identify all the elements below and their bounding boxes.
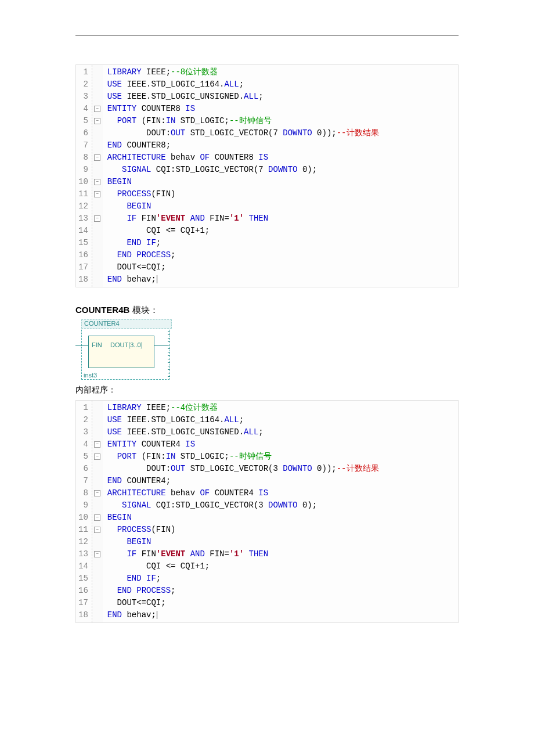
code-token: DOUT: xyxy=(107,464,171,473)
code-token: 0)); xyxy=(312,464,337,473)
code-token: STD_LOGIC; xyxy=(175,452,229,461)
line-number: 11 xyxy=(78,188,88,200)
code-token: IEEE.STD_LOGIC_1164. xyxy=(122,415,224,424)
fold-marker[interactable]: − xyxy=(93,103,102,115)
code-token: ENTITY xyxy=(107,440,136,449)
code-line: SIGNAL CQI:STD_LOGIC_VECTOR(3 DOWNTO 0); xyxy=(107,499,379,512)
code-token: DOUT<=CQI; xyxy=(107,262,166,272)
line-number: 1 xyxy=(78,402,88,414)
fold-marker xyxy=(93,463,102,475)
code-content: LIBRARY IEEE;--8位计数器USE IEEE.STD_LOGIC_1… xyxy=(103,65,384,287)
fold-marker[interactable]: − xyxy=(93,115,102,127)
line-number: 3 xyxy=(78,91,88,103)
code-line: IF FIN'EVENT AND FIN='1' THEN xyxy=(107,548,379,560)
fold-marker[interactable]: − xyxy=(93,524,102,536)
code-token: STD_LOGIC_VECTOR(7 xyxy=(185,128,283,138)
fold-marker[interactable]: − xyxy=(93,548,102,560)
code-token: (FIN) xyxy=(151,525,175,534)
document-page: 123456789101112131415161718 −−−−−− LIBRA… xyxy=(0,0,534,675)
code-token xyxy=(107,116,117,125)
code-token xyxy=(107,452,117,461)
pin-label-dout: DOUT[3..0] xyxy=(110,341,143,348)
fold-marker[interactable]: − xyxy=(93,438,102,451)
fold-box-icon[interactable]: − xyxy=(94,106,100,112)
fold-box-icon[interactable]: − xyxy=(94,191,100,197)
code-line: END COUNTER4; xyxy=(107,475,379,487)
code-line: ENTITY COUNTER4 IS xyxy=(107,438,379,451)
fold-box-icon[interactable]: − xyxy=(94,441,100,448)
code-token: PORT xyxy=(117,116,137,125)
code-line: IF FIN'EVENT AND FIN='1' THEN xyxy=(107,213,379,225)
fold-box-icon[interactable]: − xyxy=(94,179,100,185)
line-number: 14 xyxy=(78,560,88,573)
fold-box-icon[interactable]: − xyxy=(94,118,100,124)
code-token: SIGNAL xyxy=(122,501,151,510)
line-number: 17 xyxy=(78,261,88,273)
fold-box-icon[interactable]: − xyxy=(94,490,100,496)
line-number: 2 xyxy=(78,414,88,426)
code-line: BEGIN xyxy=(107,512,379,524)
fold-marker xyxy=(93,200,102,213)
code-token: BEGIN xyxy=(127,201,151,211)
fold-marker xyxy=(93,237,102,249)
fold-box-icon[interactable]: − xyxy=(94,527,100,533)
code-token: DOWNTO xyxy=(268,501,297,510)
code-token: FIN xyxy=(136,549,156,559)
text-cursor xyxy=(157,275,157,283)
fold-box-icon[interactable]: − xyxy=(94,453,100,460)
fold-marker[interactable]: − xyxy=(93,188,102,200)
code-line: DOUT<=CQI; xyxy=(107,597,379,609)
fold-box-icon[interactable]: − xyxy=(94,154,100,161)
code-line: END IF; xyxy=(107,237,379,249)
fold-column: −−−−−− xyxy=(92,65,103,287)
code-token: PROCESS xyxy=(117,189,151,199)
code-line: BEGIN xyxy=(107,200,379,213)
fold-box-icon[interactable]: − xyxy=(94,514,100,521)
code-block-counter8: 123456789101112131415161718 −−−−−− LIBRA… xyxy=(75,64,459,287)
fold-marker[interactable]: − xyxy=(93,487,102,499)
code-token: ; xyxy=(239,80,244,89)
fold-marker[interactable]: − xyxy=(93,152,102,164)
code-token: IS xyxy=(258,488,268,498)
code-line: BEGIN xyxy=(107,536,379,548)
fold-marker xyxy=(93,261,102,273)
code-line: CQI <= CQI+1; xyxy=(107,560,379,573)
code-token: OF xyxy=(200,488,210,498)
code-token: 0); xyxy=(298,501,317,510)
text-cursor xyxy=(157,611,157,619)
code-token xyxy=(107,586,117,595)
code-line: LIBRARY IEEE;--4位计数器 xyxy=(107,402,379,414)
line-number: 3 xyxy=(78,426,88,438)
code-token: END IF xyxy=(127,574,156,583)
fold-marker xyxy=(93,78,102,91)
fold-marker[interactable]: − xyxy=(93,213,102,225)
code-line: USE IEEE.STD_LOGIC_1164.ALL; xyxy=(107,78,379,91)
code-token: FIN xyxy=(136,214,156,223)
fold-marker[interactable]: − xyxy=(93,176,102,188)
code-token: DOWNTO xyxy=(268,165,297,174)
fold-marker[interactable]: − xyxy=(93,451,102,463)
code-line: ARCHITECTURE behav OF COUNTER4 IS xyxy=(107,487,379,499)
fold-box-icon[interactable]: − xyxy=(94,551,100,557)
line-number: 13 xyxy=(78,548,88,560)
fold-marker[interactable]: − xyxy=(93,512,102,524)
line-number: 6 xyxy=(78,127,88,139)
code-token: IEEE; xyxy=(142,67,171,77)
line-number: 15 xyxy=(78,573,88,585)
line-number: 9 xyxy=(78,164,88,176)
fold-box-icon[interactable]: − xyxy=(94,215,100,222)
code-token xyxy=(107,214,127,223)
code-token: LIBRARY xyxy=(107,67,142,77)
code-token: --计数结果 xyxy=(337,464,379,473)
fold-marker xyxy=(93,139,102,152)
code-line: END behav; xyxy=(107,273,379,286)
line-number: 14 xyxy=(78,225,88,237)
code-token xyxy=(244,214,248,223)
code-line: SIGNAL CQI:STD_LOGIC_VECTOR(7 DOWNTO 0); xyxy=(107,164,379,176)
line-number: 13 xyxy=(78,213,88,225)
code-token: --计数结果 xyxy=(337,128,379,138)
code-line: PROCESS(FIN) xyxy=(107,188,379,200)
code-token: END PROCESS xyxy=(117,250,171,260)
code-line: END IF; xyxy=(107,573,379,585)
line-number: 8 xyxy=(78,487,88,499)
